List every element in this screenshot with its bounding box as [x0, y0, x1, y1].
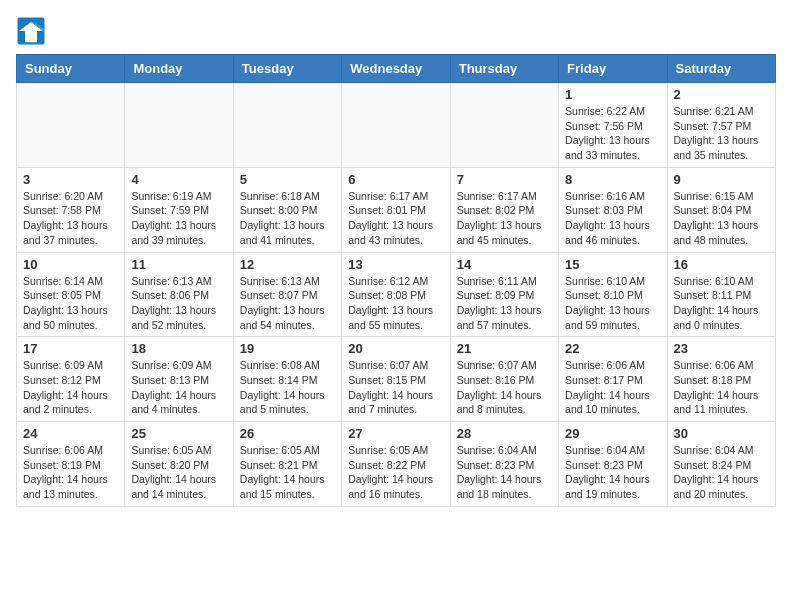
day-cell: 10Sunrise: 6:14 AM Sunset: 8:05 PM Dayli… — [17, 252, 125, 337]
col-header-wednesday: Wednesday — [342, 55, 450, 83]
day-info: Sunrise: 6:14 AM Sunset: 8:05 PM Dayligh… — [23, 274, 118, 333]
day-info: Sunrise: 6:05 AM Sunset: 8:20 PM Dayligh… — [131, 443, 226, 502]
day-info: Sunrise: 6:13 AM Sunset: 8:06 PM Dayligh… — [131, 274, 226, 333]
day-cell: 21Sunrise: 6:07 AM Sunset: 8:16 PM Dayli… — [450, 337, 558, 422]
day-cell: 29Sunrise: 6:04 AM Sunset: 8:23 PM Dayli… — [559, 422, 667, 507]
day-number: 24 — [23, 426, 118, 441]
day-number: 11 — [131, 257, 226, 272]
day-info: Sunrise: 6:15 AM Sunset: 8:04 PM Dayligh… — [674, 189, 769, 248]
day-cell: 18Sunrise: 6:09 AM Sunset: 8:13 PM Dayli… — [125, 337, 233, 422]
day-cell: 28Sunrise: 6:04 AM Sunset: 8:23 PM Dayli… — [450, 422, 558, 507]
day-cell: 26Sunrise: 6:05 AM Sunset: 8:21 PM Dayli… — [233, 422, 341, 507]
day-info: Sunrise: 6:10 AM Sunset: 8:11 PM Dayligh… — [674, 274, 769, 333]
day-number: 25 — [131, 426, 226, 441]
col-header-monday: Monday — [125, 55, 233, 83]
page-header — [16, 16, 776, 46]
col-header-thursday: Thursday — [450, 55, 558, 83]
day-info: Sunrise: 6:06 AM Sunset: 8:17 PM Dayligh… — [565, 358, 660, 417]
day-cell: 8Sunrise: 6:16 AM Sunset: 8:03 PM Daylig… — [559, 167, 667, 252]
day-cell: 20Sunrise: 6:07 AM Sunset: 8:15 PM Dayli… — [342, 337, 450, 422]
day-cell: 17Sunrise: 6:09 AM Sunset: 8:12 PM Dayli… — [17, 337, 125, 422]
day-number: 17 — [23, 341, 118, 356]
day-info: Sunrise: 6:13 AM Sunset: 8:07 PM Dayligh… — [240, 274, 335, 333]
day-cell: 14Sunrise: 6:11 AM Sunset: 8:09 PM Dayli… — [450, 252, 558, 337]
day-number: 19 — [240, 341, 335, 356]
day-cell — [450, 83, 558, 168]
calendar-body: 1Sunrise: 6:22 AM Sunset: 7:56 PM Daylig… — [17, 83, 776, 507]
day-number: 20 — [348, 341, 443, 356]
day-info: Sunrise: 6:17 AM Sunset: 8:02 PM Dayligh… — [457, 189, 552, 248]
day-cell — [342, 83, 450, 168]
day-info: Sunrise: 6:17 AM Sunset: 8:01 PM Dayligh… — [348, 189, 443, 248]
day-number: 10 — [23, 257, 118, 272]
day-cell: 6Sunrise: 6:17 AM Sunset: 8:01 PM Daylig… — [342, 167, 450, 252]
week-row-2: 10Sunrise: 6:14 AM Sunset: 8:05 PM Dayli… — [17, 252, 776, 337]
day-cell: 12Sunrise: 6:13 AM Sunset: 8:07 PM Dayli… — [233, 252, 341, 337]
col-header-tuesday: Tuesday — [233, 55, 341, 83]
day-number: 1 — [565, 87, 660, 102]
day-number: 18 — [131, 341, 226, 356]
day-cell: 22Sunrise: 6:06 AM Sunset: 8:17 PM Dayli… — [559, 337, 667, 422]
day-cell: 7Sunrise: 6:17 AM Sunset: 8:02 PM Daylig… — [450, 167, 558, 252]
day-number: 3 — [23, 172, 118, 187]
day-info: Sunrise: 6:16 AM Sunset: 8:03 PM Dayligh… — [565, 189, 660, 248]
day-info: Sunrise: 6:09 AM Sunset: 8:12 PM Dayligh… — [23, 358, 118, 417]
week-row-4: 24Sunrise: 6:06 AM Sunset: 8:19 PM Dayli… — [17, 422, 776, 507]
day-cell: 5Sunrise: 6:18 AM Sunset: 8:00 PM Daylig… — [233, 167, 341, 252]
day-info: Sunrise: 6:22 AM Sunset: 7:56 PM Dayligh… — [565, 104, 660, 163]
day-cell — [233, 83, 341, 168]
day-cell: 24Sunrise: 6:06 AM Sunset: 8:19 PM Dayli… — [17, 422, 125, 507]
week-row-0: 1Sunrise: 6:22 AM Sunset: 7:56 PM Daylig… — [17, 83, 776, 168]
day-number: 30 — [674, 426, 769, 441]
day-info: Sunrise: 6:05 AM Sunset: 8:21 PM Dayligh… — [240, 443, 335, 502]
day-number: 28 — [457, 426, 552, 441]
day-info: Sunrise: 6:07 AM Sunset: 8:15 PM Dayligh… — [348, 358, 443, 417]
day-cell: 30Sunrise: 6:04 AM Sunset: 8:24 PM Dayli… — [667, 422, 775, 507]
day-info: Sunrise: 6:18 AM Sunset: 8:00 PM Dayligh… — [240, 189, 335, 248]
col-header-friday: Friday — [559, 55, 667, 83]
day-cell: 27Sunrise: 6:05 AM Sunset: 8:22 PM Dayli… — [342, 422, 450, 507]
day-info: Sunrise: 6:05 AM Sunset: 8:22 PM Dayligh… — [348, 443, 443, 502]
day-cell: 2Sunrise: 6:21 AM Sunset: 7:57 PM Daylig… — [667, 83, 775, 168]
day-info: Sunrise: 6:19 AM Sunset: 7:59 PM Dayligh… — [131, 189, 226, 248]
day-number: 16 — [674, 257, 769, 272]
day-number: 5 — [240, 172, 335, 187]
day-number: 27 — [348, 426, 443, 441]
day-info: Sunrise: 6:10 AM Sunset: 8:10 PM Dayligh… — [565, 274, 660, 333]
day-number: 6 — [348, 172, 443, 187]
day-info: Sunrise: 6:06 AM Sunset: 8:18 PM Dayligh… — [674, 358, 769, 417]
day-number: 29 — [565, 426, 660, 441]
day-cell: 25Sunrise: 6:05 AM Sunset: 8:20 PM Dayli… — [125, 422, 233, 507]
day-number: 26 — [240, 426, 335, 441]
day-cell: 23Sunrise: 6:06 AM Sunset: 8:18 PM Dayli… — [667, 337, 775, 422]
day-cell — [125, 83, 233, 168]
day-info: Sunrise: 6:04 AM Sunset: 8:24 PM Dayligh… — [674, 443, 769, 502]
day-number: 12 — [240, 257, 335, 272]
day-cell — [17, 83, 125, 168]
week-row-1: 3Sunrise: 6:20 AM Sunset: 7:58 PM Daylig… — [17, 167, 776, 252]
day-info: Sunrise: 6:07 AM Sunset: 8:16 PM Dayligh… — [457, 358, 552, 417]
col-header-saturday: Saturday — [667, 55, 775, 83]
day-number: 22 — [565, 341, 660, 356]
day-cell: 19Sunrise: 6:08 AM Sunset: 8:14 PM Dayli… — [233, 337, 341, 422]
col-header-sunday: Sunday — [17, 55, 125, 83]
day-number: 2 — [674, 87, 769, 102]
day-info: Sunrise: 6:21 AM Sunset: 7:57 PM Dayligh… — [674, 104, 769, 163]
day-cell: 16Sunrise: 6:10 AM Sunset: 8:11 PM Dayli… — [667, 252, 775, 337]
day-number: 13 — [348, 257, 443, 272]
day-number: 23 — [674, 341, 769, 356]
day-cell: 1Sunrise: 6:22 AM Sunset: 7:56 PM Daylig… — [559, 83, 667, 168]
day-number: 14 — [457, 257, 552, 272]
day-info: Sunrise: 6:04 AM Sunset: 8:23 PM Dayligh… — [457, 443, 552, 502]
header-row: SundayMondayTuesdayWednesdayThursdayFrid… — [17, 55, 776, 83]
day-number: 9 — [674, 172, 769, 187]
day-cell: 11Sunrise: 6:13 AM Sunset: 8:06 PM Dayli… — [125, 252, 233, 337]
calendar-header: SundayMondayTuesdayWednesdayThursdayFrid… — [17, 55, 776, 83]
day-info: Sunrise: 6:08 AM Sunset: 8:14 PM Dayligh… — [240, 358, 335, 417]
day-cell: 4Sunrise: 6:19 AM Sunset: 7:59 PM Daylig… — [125, 167, 233, 252]
day-number: 15 — [565, 257, 660, 272]
day-info: Sunrise: 6:11 AM Sunset: 8:09 PM Dayligh… — [457, 274, 552, 333]
day-info: Sunrise: 6:09 AM Sunset: 8:13 PM Dayligh… — [131, 358, 226, 417]
day-number: 21 — [457, 341, 552, 356]
day-number: 8 — [565, 172, 660, 187]
